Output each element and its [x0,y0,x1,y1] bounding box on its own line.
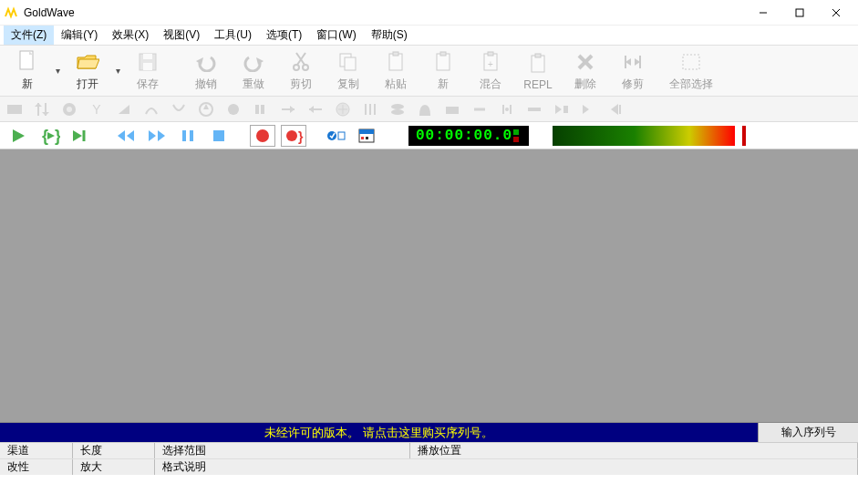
play-selection-button[interactable]: {} [36,125,62,147]
forward-button[interactable] [144,125,170,147]
svg-point-86 [286,130,297,141]
enter-serial-button[interactable]: 输入序列号 [758,423,858,442]
select-all-button[interactable]: 全部选择 [667,46,715,96]
delete-button[interactable]: 删除 [562,46,609,96]
svg-rect-1 [796,9,803,16]
timecode-value: 00:00:00.0 [416,128,512,144]
menu-help[interactable]: 帮助(S) [364,26,415,45]
svg-rect-20 [393,52,398,56]
fx-btn-7[interactable] [168,98,190,120]
trim-button[interactable]: 修剪 [609,46,656,96]
copy-label: 复制 [337,77,359,92]
paste-label: 粘贴 [385,77,407,92]
svg-point-60 [391,109,404,115]
loop-toggle[interactable] [323,125,348,147]
svg-point-13 [294,65,299,70]
new-file-icon [15,49,40,75]
license-message[interactable]: 未经许可的版本。 请点击这里购买序列号。 [0,423,758,442]
fx-btn-9[interactable] [222,98,244,120]
undo-button[interactable]: 撤销 [182,46,230,96]
menu-window[interactable]: 窗口(W) [309,26,363,45]
play-button[interactable] [5,125,31,147]
play-end-button[interactable] [67,125,93,147]
clipboard-replace-icon [525,51,551,77]
fx-btn-16[interactable] [414,98,436,120]
waveform-canvas[interactable] [0,149,858,422]
fx-btn-8[interactable] [195,98,217,120]
fx-btn-17[interactable] [441,98,463,120]
fx-btn-22[interactable] [578,98,600,120]
fx-btn-13[interactable] [332,98,354,120]
fx-btn-19[interactable] [496,98,518,120]
svg-rect-61 [446,107,459,114]
open-dropdown[interactable]: ▾ [111,66,124,76]
mix-button[interactable]: + 混合 [467,46,514,96]
fx-btn-3[interactable] [58,98,80,120]
fx-btn-5[interactable] [113,98,135,120]
fx-btn-2[interactable] [31,98,53,120]
open-button[interactable]: 打开 [64,46,111,96]
cut-button[interactable]: 剪切 [277,46,325,96]
svg-rect-84 [213,130,224,141]
save-icon [135,49,160,75]
save-button[interactable]: 保存 [124,46,171,96]
status-bar-2: 改性 放大 格式说明 [0,458,858,475]
new-button[interactable]: 新 [4,46,51,96]
svg-rect-18 [345,57,356,70]
svg-point-46 [228,104,239,115]
scissors-icon [288,49,314,75]
minimize-button[interactable] [745,2,781,24]
status-channel: 渠道 [0,443,73,458]
close-button[interactable] [818,2,854,24]
pause-button[interactable] [175,125,201,147]
copy-button[interactable]: 复制 [325,46,372,96]
new-label: 新 [22,77,33,92]
fx-btn-1[interactable] [4,98,26,120]
menu-effect[interactable]: 效果(X) [105,26,156,45]
fx-btn-12[interactable] [305,98,326,120]
fx-btn-14[interactable] [359,98,381,120]
menu-view[interactable]: 视图(V) [156,26,207,45]
record-button[interactable] [250,125,275,147]
menu-options[interactable]: 选项(T) [259,26,309,45]
vu-meter [553,126,735,146]
svg-marker-74 [47,132,55,139]
undo-icon [193,49,219,75]
svg-rect-47 [255,105,259,114]
rewind-button[interactable] [113,125,139,147]
menu-tool[interactable]: 工具(U) [207,26,259,45]
fx-btn-10[interactable] [250,98,272,120]
maximize-button[interactable] [781,2,818,24]
fx-btn-6[interactable] [140,98,162,120]
svg-marker-45 [203,104,209,109]
fx-btn-11[interactable] [277,98,299,120]
fx-btn-20[interactable] [523,98,545,120]
fx-btn-4[interactable]: Y [86,98,108,120]
replace-button[interactable]: REPL [514,46,562,96]
fx-btn-18[interactable] [469,98,491,120]
svg-rect-34 [683,55,699,69]
record-selection-button[interactable]: } [281,125,306,147]
app-icon [4,5,18,20]
trim-icon [620,49,646,75]
paste-new-label: 新 [438,77,449,92]
new-dropdown[interactable]: ▾ [51,66,64,76]
license-bar: 未经许可的版本。 请点击这里购买序列号。 输入序列号 [0,422,858,442]
svg-point-65 [505,108,509,111]
fx-btn-23[interactable] [605,98,627,120]
svg-text:}: } [298,129,304,144]
fx-btn-21[interactable] [551,98,573,120]
svg-text:Y: Y [92,102,101,117]
paste-button[interactable]: 粘贴 [372,46,419,96]
paste-new-button[interactable]: 新 [419,46,467,96]
visual-toggle[interactable] [354,125,379,147]
redo-button[interactable]: 重做 [230,46,277,96]
main-toolbar: 新 ▾ 打开 ▾ 保存 撤销 重做 剪切 复制 粘贴 新 + 混合 REPL [0,46,858,97]
stop-button[interactable] [206,125,232,147]
menu-edit[interactable]: 编辑(Y) [54,26,105,45]
status-bar-1: 渠道 长度 选择范围 播放位置 [0,442,858,458]
menu-file[interactable]: 文件(Z) [4,26,54,45]
save-label: 保存 [137,77,159,92]
window-controls [745,2,854,24]
fx-btn-15[interactable] [387,98,408,120]
